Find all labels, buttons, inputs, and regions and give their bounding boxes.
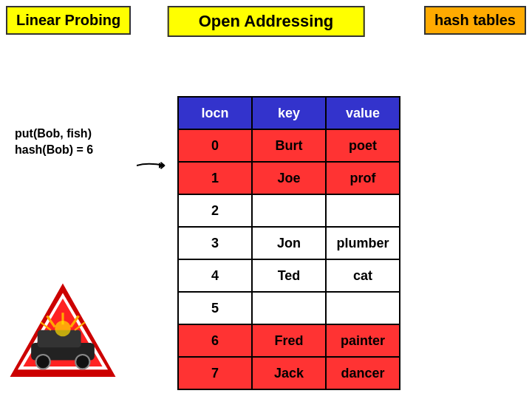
- put-line1: put(Bob, fish): [15, 126, 93, 142]
- linear-probing-label: Linear Probing: [6, 6, 131, 35]
- cell-value: poet: [326, 129, 400, 162]
- cell-value: dancer: [326, 357, 400, 389]
- arrow-icon: [137, 158, 181, 173]
- cell-locn: 6: [178, 324, 252, 357]
- put-line2: hash(Bob) = 6: [15, 142, 93, 158]
- svg-point-7: [75, 355, 89, 369]
- table-row: 2: [178, 194, 400, 227]
- cell-locn: 1: [178, 162, 252, 194]
- table-row: 0Burtpoet: [178, 129, 400, 162]
- cell-value: cat: [326, 259, 400, 292]
- svg-point-13: [55, 321, 70, 336]
- cell-value: [326, 194, 400, 227]
- put-info: put(Bob, fish) hash(Bob) = 6: [15, 126, 93, 159]
- table-row: 4Tedcat: [178, 259, 400, 292]
- hash-table: locn key value 0Burtpoet1Joeprof23Jonplu…: [177, 96, 400, 390]
- cell-key: Burt: [252, 129, 326, 162]
- cell-key: Jack: [252, 357, 326, 389]
- cell-key: Jon: [252, 227, 326, 259]
- cell-key: Joe: [252, 162, 326, 194]
- cell-locn: 4: [178, 259, 252, 292]
- warning-sign-icon: [7, 281, 118, 384]
- table-row: 7Jackdancer: [178, 357, 400, 389]
- col-header-locn: locn: [178, 97, 252, 129]
- cell-locn: 0: [178, 129, 252, 162]
- table-row: 1Joeprof: [178, 162, 400, 194]
- col-header-key: key: [252, 97, 326, 129]
- open-addressing-label: Open Addressing: [168, 6, 365, 37]
- svg-point-6: [36, 355, 50, 369]
- table-row: 6Fredpainter: [178, 324, 400, 357]
- cell-key: Ted: [252, 259, 326, 292]
- cell-locn: 7: [178, 357, 252, 389]
- cell-locn: 5: [178, 292, 252, 324]
- cell-locn: 3: [178, 227, 252, 259]
- cell-value: prof: [326, 162, 400, 194]
- table-row: 3Jonplumber: [178, 227, 400, 259]
- col-header-value: value: [326, 97, 400, 129]
- cell-key: [252, 194, 326, 227]
- hash-tables-label: hash tables: [424, 6, 526, 35]
- cell-value: [326, 292, 400, 324]
- cell-key: Fred: [252, 324, 326, 357]
- cell-key: [252, 292, 326, 324]
- cell-value: plumber: [326, 227, 400, 259]
- cell-locn: 2: [178, 194, 252, 227]
- cell-value: painter: [326, 324, 400, 357]
- table-row: 5: [178, 292, 400, 324]
